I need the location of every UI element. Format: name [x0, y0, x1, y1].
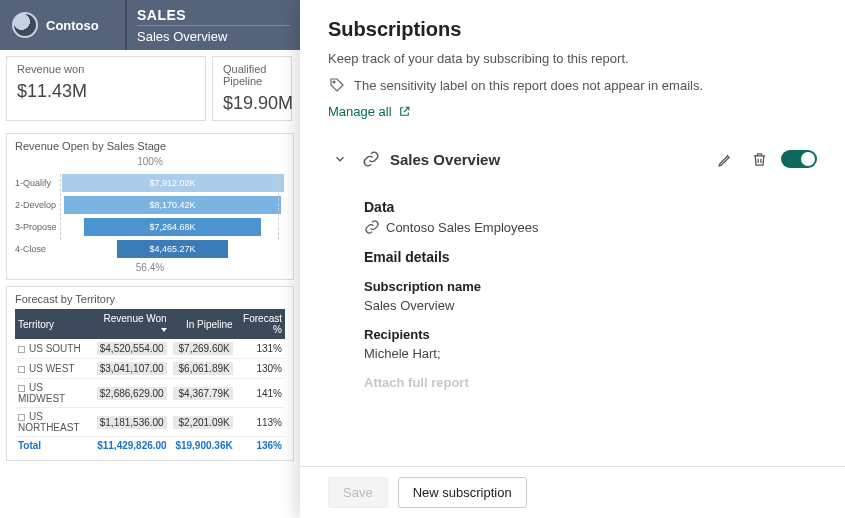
- kpi-label: Qualified Pipeline: [223, 63, 281, 87]
- open-external-icon: [398, 105, 411, 118]
- link-icon: [364, 219, 380, 235]
- page-title: Sales Overview: [137, 25, 290, 44]
- subname-label: Subscription name: [364, 279, 813, 294]
- bar-row: 2-Develop$8,170.42K: [15, 196, 285, 214]
- kpi-value: $11.43M: [17, 81, 195, 102]
- bar-segment[interactable]: $7,264.68K: [84, 218, 262, 236]
- svg-point-0: [333, 81, 335, 83]
- expand-toggle[interactable]: [328, 147, 352, 171]
- sensitivity-note: The sensitivity label on this report doe…: [354, 78, 703, 93]
- bar-segment[interactable]: $4,465.27K: [117, 240, 228, 258]
- email-heading: Email details: [364, 249, 813, 265]
- bar-category: 4-Close: [15, 244, 60, 254]
- table-row[interactable]: US WEST$3,041,107.00$6,061.89K130%: [15, 359, 285, 379]
- edit-button[interactable]: [713, 147, 737, 171]
- bar-segment[interactable]: $8,170.42K: [64, 196, 282, 214]
- pencil-icon: [717, 151, 734, 168]
- manage-all-label: Manage all: [328, 104, 392, 119]
- table-total-row: Total$11,429,826.00$19,900.36K136%: [15, 437, 285, 455]
- column-header[interactable]: Revenue Won: [93, 309, 170, 339]
- chevron-down-icon: [333, 152, 347, 166]
- chart-top-pct: 100%: [137, 156, 163, 167]
- section-title: SALES: [137, 7, 290, 23]
- column-header[interactable]: In Pipeline: [170, 309, 236, 339]
- subscriptions-panel: Subscriptions Keep track of your data by…: [300, 0, 845, 518]
- table-title: Forecast by Territory: [15, 293, 285, 305]
- bar-category: 2-Develop: [15, 200, 60, 210]
- column-header[interactable]: Forecast %: [236, 309, 285, 339]
- chart-title: Revenue Open by Sales Stage: [15, 140, 285, 152]
- panel-description: Keep track of your data by subscribing t…: [328, 51, 817, 66]
- brand-name: Contoso: [46, 18, 99, 33]
- tag-icon: [328, 76, 346, 94]
- kpi-label: Revenue won: [17, 63, 195, 75]
- new-subscription-button[interactable]: New subscription: [398, 477, 527, 508]
- kpi-value: $19.90M: [223, 93, 281, 114]
- attach-report-heading: Attach full report: [364, 375, 813, 390]
- data-source: Contoso Sales Employees: [386, 220, 538, 235]
- kpi-qualified-pipeline[interactable]: Qualified Pipeline $19.90M: [212, 56, 292, 121]
- subname-value: Sales Overview: [364, 298, 813, 313]
- subscription-name: Sales Overview: [390, 151, 703, 168]
- table-row[interactable]: US SOUTH$4,520,554.00$7,269.60K131%: [15, 339, 285, 359]
- save-button: Save: [328, 477, 388, 508]
- data-heading: Data: [364, 199, 813, 215]
- bar-row: 1-Qualify$7,912.02K: [15, 174, 285, 192]
- enable-toggle[interactable]: [781, 150, 817, 168]
- recipients-label: Recipients: [364, 327, 813, 342]
- table-forecast[interactable]: Forecast by Territory TerritoryRevenue W…: [6, 286, 294, 461]
- bar-row: 3-Propose$7,264.68K: [15, 218, 285, 236]
- recipient-chip[interactable]: Michele Hart;: [364, 346, 813, 361]
- panel-title: Subscriptions: [328, 18, 817, 41]
- link-icon: [362, 150, 380, 168]
- table-row[interactable]: US MIDWEST$2,686,629.00$4,367.79K141%: [15, 379, 285, 408]
- bar-segment[interactable]: $7,912.02K: [62, 174, 284, 192]
- chart-bottom-pct: 56.4%: [15, 262, 285, 273]
- trash-icon: [751, 151, 768, 168]
- chart-revenue-open[interactable]: Revenue Open by Sales Stage 100% 1-Quali…: [6, 133, 294, 280]
- manage-all-link[interactable]: Manage all: [328, 104, 411, 119]
- kpi-revenue-won[interactable]: Revenue won $11.43M: [6, 56, 206, 121]
- column-header[interactable]: Territory: [15, 309, 93, 339]
- bar-category: 1-Qualify: [15, 178, 60, 188]
- bar-category: 3-Propose: [15, 222, 60, 232]
- table-row[interactable]: US NORTHEAST$1,181,536.00$2,201.09K113%: [15, 408, 285, 437]
- app-header: Contoso SALES Sales Overview: [0, 0, 300, 50]
- brand-logo: [12, 12, 38, 38]
- delete-button[interactable]: [747, 147, 771, 171]
- bar-row: 4-Close$4,465.27K: [15, 240, 285, 258]
